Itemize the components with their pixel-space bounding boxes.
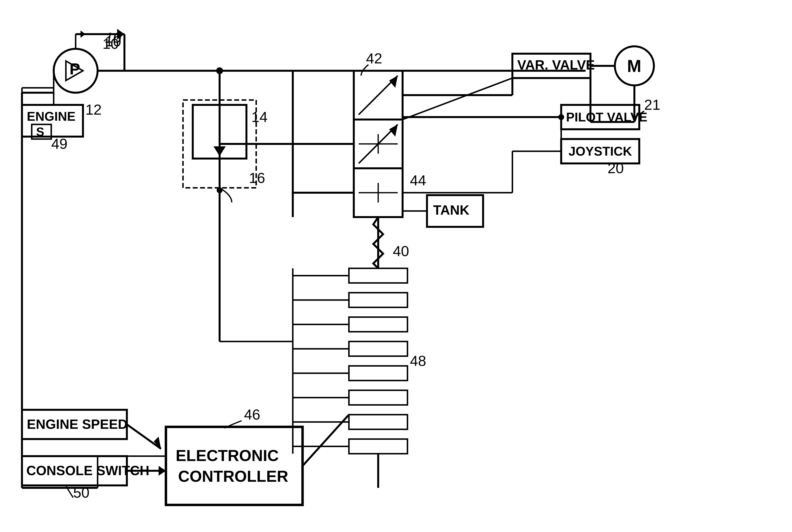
num21: 21: [644, 97, 660, 113]
pump-label: P: [70, 60, 80, 78]
engine-label: ENGINE: [27, 109, 75, 124]
var-valve-label: VAR. VALVE: [517, 57, 595, 73]
engine-s-label: S: [36, 125, 44, 139]
num20: 20: [607, 160, 624, 176]
diagram-container: P 10 VAR. VALVE M ENGINE S 12 49: [0, 0, 792, 532]
ec-label-1: ELECTRONIC: [176, 446, 279, 464]
num46: 46: [244, 406, 260, 423]
engine-number: 12: [86, 101, 102, 118]
ec-label-2: CONTROLLER: [178, 467, 288, 485]
num49: 49: [51, 136, 68, 152]
num16: 16: [249, 170, 265, 186]
engine-speed-label: ENGINE SPEED: [27, 417, 128, 432]
num48: 48: [410, 353, 426, 369]
num14: 14: [251, 109, 268, 125]
tank-label: TANK: [433, 203, 469, 217]
num44: 44: [410, 172, 426, 189]
svg-point-44: [558, 114, 564, 120]
joystick-label: JOYSTICK: [568, 144, 632, 158]
num50: 50: [73, 484, 90, 501]
num40: 40: [393, 243, 409, 259]
motor-label: M: [627, 57, 641, 76]
num42: 42: [366, 50, 382, 66]
